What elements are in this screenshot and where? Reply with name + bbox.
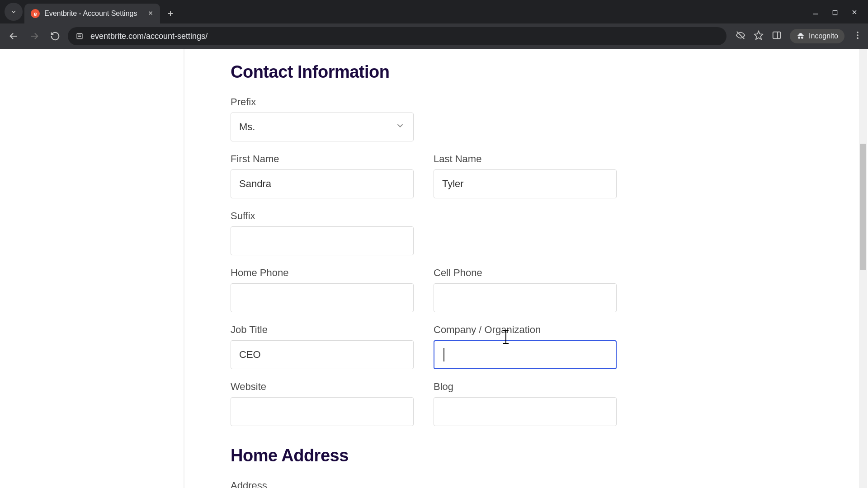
close-icon: [147, 10, 154, 16]
field-job-title: Job Title: [231, 318, 414, 369]
arrow-left-icon: [9, 31, 19, 41]
field-last-name: Last Name: [434, 147, 617, 198]
label-website: Website: [231, 381, 414, 393]
reload-icon: [50, 31, 60, 41]
star-icon: [754, 30, 764, 40]
maximize-button[interactable]: [832, 9, 838, 18]
label-suffix: Suffix: [231, 210, 414, 222]
browser-tab[interactable]: e Eventbrite - Account Settings: [24, 4, 160, 23]
forward-button[interactable]: [26, 28, 42, 44]
field-suffix: Suffix: [231, 204, 414, 255]
toolbar-right: Incognito: [731, 29, 863, 43]
label-prefix: Prefix: [231, 96, 414, 108]
incognito-icon: [796, 32, 805, 41]
home-phone-input[interactable]: [231, 283, 414, 312]
scrollbar-thumb[interactable]: [860, 144, 866, 270]
svg-rect-15: [773, 32, 781, 39]
incognito-indicator[interactable]: Incognito: [790, 29, 844, 43]
chevron-down-icon: [10, 8, 17, 15]
url-text: eventbrite.com/account-settings/: [90, 32, 208, 41]
text-caret: [443, 348, 444, 361]
last-name-input[interactable]: [434, 169, 617, 198]
job-title-input[interactable]: [231, 340, 414, 369]
label-company: Company / Organization: [434, 324, 617, 336]
page-viewport: Contact Information Prefix Ms.: [0, 49, 868, 488]
window-controls: [812, 9, 868, 23]
chevron-down-icon: [395, 121, 405, 133]
tab-bar: e Eventbrite - Account Settings: [0, 0, 868, 23]
sidebar-rail: [0, 49, 184, 488]
label-blog: Blog: [434, 381, 617, 393]
site-settings-icon: [75, 32, 84, 41]
minimize-button[interactable]: [812, 9, 819, 18]
close-tab-button[interactable]: [147, 9, 154, 19]
section-heading-address: Home Address: [231, 446, 683, 465]
cell-phone-input[interactable]: [434, 283, 617, 312]
bookmark-button[interactable]: [754, 30, 764, 42]
label-home-phone: Home Phone: [231, 267, 414, 279]
text-cursor-icon: [505, 331, 506, 343]
tracking-off-icon[interactable]: [736, 30, 745, 42]
section-heading-contact: Contact Information: [231, 62, 683, 82]
field-website: Website: [231, 375, 414, 426]
blog-input[interactable]: [434, 397, 617, 426]
new-tab-button[interactable]: [160, 4, 181, 23]
prefix-select[interactable]: Ms.: [231, 113, 414, 141]
panel-icon: [772, 30, 782, 40]
tab-search-button[interactable]: [5, 3, 23, 21]
field-first-name: First Name: [231, 147, 414, 198]
minimize-icon: [812, 9, 819, 16]
browser-window: e Eventbrite - Account Settings: [0, 0, 868, 488]
svg-point-18: [857, 34, 859, 36]
close-icon: [851, 9, 858, 16]
address-bar: eventbrite.com/account-settings/ Incogni…: [0, 23, 868, 49]
close-window-button[interactable]: [851, 9, 858, 18]
content: Contact Information Prefix Ms.: [231, 53, 683, 488]
arrow-right-icon: [29, 31, 39, 41]
field-blog: Blog: [434, 375, 617, 426]
browser-menu-button[interactable]: [853, 30, 863, 42]
first-name-input[interactable]: [231, 169, 414, 198]
label-cell-phone: Cell Phone: [434, 267, 617, 279]
maximize-icon: [832, 9, 838, 16]
tab-title: Eventbrite - Account Settings: [44, 9, 137, 18]
page: Contact Information Prefix Ms.: [0, 49, 868, 488]
field-cell-phone: Cell Phone: [434, 261, 617, 312]
label-address: Address: [231, 480, 617, 488]
vertical-scrollbar[interactable]: [859, 49, 867, 488]
omnibox[interactable]: eventbrite.com/account-settings/: [68, 27, 726, 45]
eventbrite-favicon-icon: e: [31, 9, 40, 18]
prefix-value: Ms.: [239, 121, 255, 133]
plus-icon: [166, 9, 175, 18]
svg-point-19: [857, 38, 859, 39]
side-panel-button[interactable]: [772, 30, 782, 42]
field-prefix: Prefix Ms.: [231, 90, 414, 141]
back-button[interactable]: [5, 28, 22, 44]
company-input[interactable]: [434, 340, 617, 369]
label-job-title: Job Title: [231, 324, 414, 336]
incognito-label: Incognito: [809, 32, 838, 40]
svg-marker-14: [755, 31, 763, 39]
kebab-icon: [853, 30, 863, 40]
svg-point-17: [857, 32, 859, 33]
label-last-name: Last Name: [434, 153, 617, 165]
field-address: Address: [231, 474, 617, 488]
website-input[interactable]: [231, 397, 414, 426]
svg-rect-5: [833, 10, 837, 14]
reload-button[interactable]: [47, 28, 63, 44]
field-home-phone: Home Phone: [231, 261, 414, 312]
label-first-name: First Name: [231, 153, 414, 165]
field-company: Company / Organization: [434, 318, 617, 369]
suffix-input[interactable]: [231, 226, 414, 255]
